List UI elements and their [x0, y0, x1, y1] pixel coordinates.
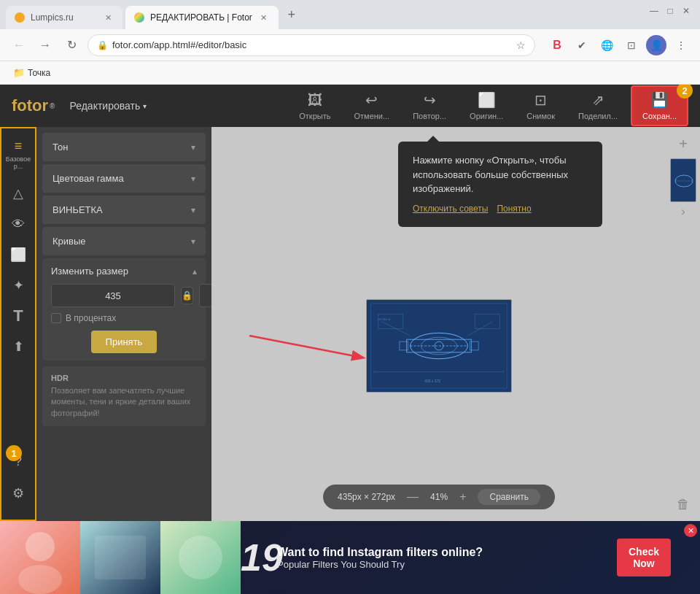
refresh-button[interactable]: ↻	[61, 35, 82, 55]
chevron-down-icon: ▾	[191, 205, 195, 215]
open-label: Открыть	[299, 112, 330, 120]
resize-header[interactable]: Изменить размер ▴	[51, 266, 197, 277]
lock-icon: 🔒	[97, 40, 108, 50]
address-bar[interactable]: 🔒 fotor.com/app.html#/editor/basic ☆	[88, 34, 535, 56]
lumpics-favicon	[15, 12, 25, 23]
sidebar-icon-star[interactable]: ✦	[4, 271, 33, 300]
ad-cta-button[interactable]: Check Now	[617, 539, 671, 576]
panel-tone[interactable]: Тон ▾	[42, 133, 206, 161]
save-label: Сохран...	[642, 112, 677, 120]
accept-button[interactable]: Принять	[91, 331, 158, 353]
zoom-out-button[interactable]: —	[407, 490, 419, 504]
close-button[interactable]: ✕	[681, 6, 691, 16]
blueprint-image: 435 x 272 DETAIL A	[366, 299, 512, 393]
maximize-button[interactable]: □	[665, 6, 675, 16]
undo-tool[interactable]: ↩ Отмени...	[343, 87, 400, 125]
save-icon: 💾	[650, 91, 669, 109]
screenshot-tool[interactable]: ⊡ Снимок	[516, 87, 565, 125]
thumbnail-image[interactable]	[670, 158, 696, 202]
sidebar-icon-eye[interactable]: 👁	[4, 209, 33, 239]
back-button[interactable]: ←	[9, 35, 29, 55]
ad-close-button[interactable]: ✕	[684, 524, 697, 537]
panel-vignette[interactable]: ВИНЬЕТКА ▾	[42, 196, 206, 224]
tooltip-link-disable[interactable]: Отключить советы	[413, 202, 488, 215]
ad-banner: 19 Want to find Instagram filters online…	[0, 521, 700, 594]
sidebar-icon-text[interactable]: T	[4, 301, 33, 331]
folder-icon: 📁	[13, 67, 25, 78]
original-label: Оригин...	[470, 112, 503, 120]
ad-photo-3	[160, 521, 241, 594]
chevron-down-icon: ▾	[191, 174, 195, 184]
svg-text:DETAIL A: DETAIL A	[378, 317, 390, 321]
undo-icon: ↩	[365, 91, 378, 109]
new-tab-button[interactable]: +	[281, 4, 302, 25]
panel-curves[interactable]: Кривые ▾	[42, 227, 206, 255]
ad-text: Want to find Instagram filters online? P…	[277, 546, 483, 570]
tab-fotor-close[interactable]: ✕	[258, 12, 270, 23]
badge-2: 2	[677, 85, 693, 99]
canvas-area: Нажмите кнопку «Открыть», чтобы использо…	[211, 127, 666, 521]
extension-btn-4[interactable]: ⊡	[621, 35, 642, 55]
chevron-down-icon: ▾	[191, 236, 195, 247]
zoom-in-button[interactable]: +	[459, 490, 466, 504]
extension-btn-3[interactable]: 🌐	[596, 35, 617, 55]
original-icon: ⬜	[478, 91, 496, 109]
height-input[interactable]	[199, 284, 211, 307]
percent-checkbox[interactable]	[51, 313, 61, 323]
panel: Тон ▾ Цветовая гамма ▾ ВИНЬЕТКА ▾ Кривые…	[36, 127, 211, 521]
bookmark-star-icon[interactable]: ☆	[516, 39, 526, 51]
redo-tool[interactable]: ↪ Повтор...	[402, 87, 456, 125]
fotor-favicon	[134, 12, 144, 23]
basic-tool-button[interactable]: ≡ Базовое р...	[1, 134, 35, 176]
vignette-label: ВИНЬЕТКА	[52, 204, 103, 215]
share-tool[interactable]: ⇗ Поделил...	[568, 87, 628, 125]
tab-lumpics-close[interactable]: ✕	[102, 12, 114, 23]
resize-panel: Изменить размер ▴ 🔒 В процентах Принять	[42, 258, 206, 360]
tab-fotor-label: РЕДАКТИРОВАТЬ | Fotor	[150, 12, 252, 23]
fotor-header: fotor® Редактировать ▾ 🖼 Открыть ↩ Отмен…	[0, 85, 700, 127]
ad-cta-line2: Now	[629, 558, 659, 569]
extension-btn-1[interactable]: B	[547, 35, 567, 55]
edit-menu-button[interactable]: Редактировать ▾	[69, 100, 147, 112]
sidebar-icon-triangle[interactable]: △	[4, 179, 33, 208]
right-panel-arrow[interactable]: ›	[681, 205, 685, 218]
original-tool[interactable]: ⬜ Оригин...	[459, 87, 513, 125]
main-area: ≡ Базовое р... △ 👁 ⬜ ✦ T ⬆ ? ⚙ 1	[0, 127, 700, 521]
share-label: Поделил...	[578, 112, 618, 120]
compare-button[interactable]: Сравнить	[478, 489, 540, 505]
tooltip-link-ok[interactable]: Понятно	[497, 202, 531, 215]
panel-color[interactable]: Цветовая гамма ▾	[42, 164, 206, 193]
curves-label: Кривые	[52, 236, 86, 247]
sidebar-icon-upload[interactable]: ⬆	[4, 332, 33, 361]
sidebar-icon-settings[interactable]: ⚙	[4, 479, 33, 508]
open-tool[interactable]: 🖼 Открыть	[289, 88, 341, 125]
minimize-button[interactable]: —	[649, 6, 659, 16]
chevron-down-icon: ▾	[143, 102, 147, 110]
resize-label: Изменить размер	[51, 266, 128, 277]
screenshot-icon: ⊡	[534, 91, 547, 109]
lock-ratio-button[interactable]: 🔒	[181, 287, 193, 304]
width-input[interactable]	[51, 284, 175, 307]
delete-button[interactable]: 🗑	[674, 494, 693, 515]
more-options-button[interactable]: ⋮	[671, 35, 691, 55]
left-sidebar: ≡ Базовое р... △ 👁 ⬜ ✦ T ⬆ ? ⚙ 1	[0, 127, 36, 521]
zoom-level: 41%	[430, 492, 448, 502]
add-canvas-button[interactable]: +	[676, 133, 691, 155]
tab-fotor[interactable]: РЕДАКТИРОВАТЬ | Fotor ✕	[125, 6, 279, 29]
bookmark-folder[interactable]: 📁 Точка	[9, 66, 55, 80]
extension-btn-2[interactable]: ✔	[572, 35, 592, 55]
percent-check: В процентах	[51, 313, 197, 323]
forward-button[interactable]: →	[35, 35, 55, 55]
sliders-icon: ≡	[15, 139, 23, 154]
address-text: fotor.com/app.html#/editor/basic	[112, 39, 512, 50]
tab-lumpics[interactable]: Lumpics.ru ✕	[6, 6, 122, 29]
titlebar: Lumpics.ru ✕ РЕДАКТИРОВАТЬ | Fotor ✕ + —…	[0, 0, 700, 29]
app-content: fotor® Редактировать ▾ 🖼 Открыть ↩ Отмен…	[0, 85, 700, 594]
save-tool[interactable]: 💾 Сохран... 2	[631, 85, 688, 126]
tooltip-popup: Нажмите кнопку «Открыть», чтобы использо…	[398, 142, 602, 227]
profile-button[interactable]: 👤	[646, 35, 666, 55]
svg-point-25	[18, 565, 62, 594]
tab-lumpics-label: Lumpics.ru	[31, 12, 74, 23]
ad-images	[0, 521, 241, 594]
sidebar-icon-square[interactable]: ⬜	[4, 240, 33, 269]
